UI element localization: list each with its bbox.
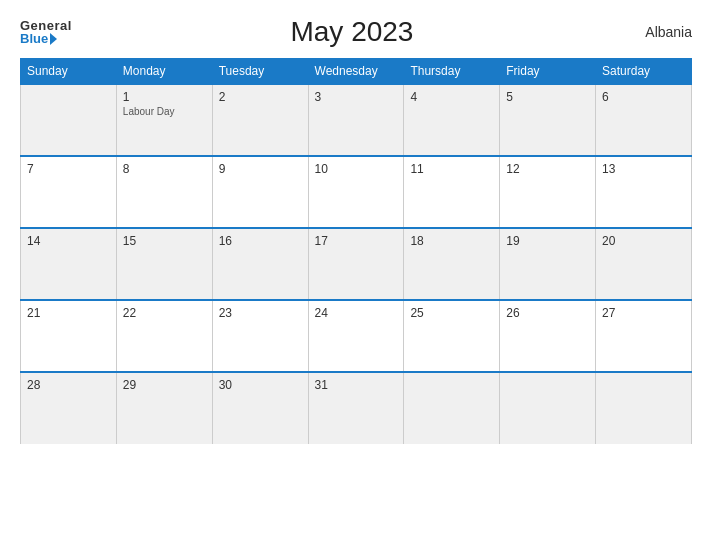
calendar-cell: 4 [404, 84, 500, 156]
calendar-cell: 26 [500, 300, 596, 372]
day-number: 28 [27, 378, 110, 392]
calendar-cell: 28 [21, 372, 117, 444]
calendar-header-row: Sunday Monday Tuesday Wednesday Thursday… [21, 59, 692, 85]
day-number: 13 [602, 162, 685, 176]
calendar-cell: 9 [212, 156, 308, 228]
calendar-cell: 27 [596, 300, 692, 372]
day-number: 22 [123, 306, 206, 320]
day-number: 11 [410, 162, 493, 176]
day-number: 19 [506, 234, 589, 248]
country-label: Albania [632, 24, 692, 40]
calendar-cell [21, 84, 117, 156]
day-number: 17 [315, 234, 398, 248]
calendar-cell: 24 [308, 300, 404, 372]
day-number: 20 [602, 234, 685, 248]
day-number: 10 [315, 162, 398, 176]
calendar-cell: 30 [212, 372, 308, 444]
calendar-week-row: 28293031 [21, 372, 692, 444]
calendar-page: General Blue May 2023 Albania Sunday Mon… [0, 0, 712, 550]
day-number: 24 [315, 306, 398, 320]
day-number: 8 [123, 162, 206, 176]
col-saturday: Saturday [596, 59, 692, 85]
calendar-cell: 22 [116, 300, 212, 372]
calendar-cell: 5 [500, 84, 596, 156]
day-number: 25 [410, 306, 493, 320]
calendar-cell: 18 [404, 228, 500, 300]
day-number: 6 [602, 90, 685, 104]
calendar-cell [596, 372, 692, 444]
calendar-cell: 20 [596, 228, 692, 300]
calendar-cell: 17 [308, 228, 404, 300]
calendar-week-row: 78910111213 [21, 156, 692, 228]
calendar-cell: 13 [596, 156, 692, 228]
calendar-cell: 2 [212, 84, 308, 156]
day-number: 7 [27, 162, 110, 176]
logo-triangle-icon [50, 33, 57, 45]
col-friday: Friday [500, 59, 596, 85]
day-number: 29 [123, 378, 206, 392]
calendar-cell: 15 [116, 228, 212, 300]
day-number: 9 [219, 162, 302, 176]
day-event: Labour Day [123, 106, 206, 117]
col-wednesday: Wednesday [308, 59, 404, 85]
header: General Blue May 2023 Albania [20, 16, 692, 48]
calendar-cell: 21 [21, 300, 117, 372]
day-number: 5 [506, 90, 589, 104]
day-number: 16 [219, 234, 302, 248]
day-number: 15 [123, 234, 206, 248]
calendar-cell: 25 [404, 300, 500, 372]
calendar-cell: 29 [116, 372, 212, 444]
calendar-cell: 10 [308, 156, 404, 228]
calendar-week-row: 21222324252627 [21, 300, 692, 372]
calendar-table: Sunday Monday Tuesday Wednesday Thursday… [20, 58, 692, 444]
calendar-week-row: 1Labour Day23456 [21, 84, 692, 156]
logo: General Blue [20, 19, 72, 45]
col-tuesday: Tuesday [212, 59, 308, 85]
col-monday: Monday [116, 59, 212, 85]
calendar-cell: 16 [212, 228, 308, 300]
day-number: 30 [219, 378, 302, 392]
calendar-week-row: 14151617181920 [21, 228, 692, 300]
day-number: 14 [27, 234, 110, 248]
day-number: 26 [506, 306, 589, 320]
col-sunday: Sunday [21, 59, 117, 85]
calendar-cell: 1Labour Day [116, 84, 212, 156]
day-number: 31 [315, 378, 398, 392]
calendar-cell: 23 [212, 300, 308, 372]
calendar-cell: 31 [308, 372, 404, 444]
day-number: 12 [506, 162, 589, 176]
col-thursday: Thursday [404, 59, 500, 85]
calendar-cell [500, 372, 596, 444]
day-number: 27 [602, 306, 685, 320]
calendar-cell: 12 [500, 156, 596, 228]
day-number: 3 [315, 90, 398, 104]
day-number: 21 [27, 306, 110, 320]
day-number: 4 [410, 90, 493, 104]
day-number: 18 [410, 234, 493, 248]
day-number: 23 [219, 306, 302, 320]
logo-blue-container: Blue [20, 32, 57, 45]
calendar-cell: 8 [116, 156, 212, 228]
day-number: 2 [219, 90, 302, 104]
calendar-cell: 14 [21, 228, 117, 300]
calendar-cell: 6 [596, 84, 692, 156]
calendar-title: May 2023 [72, 16, 632, 48]
calendar-cell [404, 372, 500, 444]
logo-blue-text: Blue [20, 32, 48, 45]
calendar-cell: 7 [21, 156, 117, 228]
day-number: 1 [123, 90, 206, 104]
calendar-cell: 11 [404, 156, 500, 228]
calendar-cell: 3 [308, 84, 404, 156]
calendar-cell: 19 [500, 228, 596, 300]
